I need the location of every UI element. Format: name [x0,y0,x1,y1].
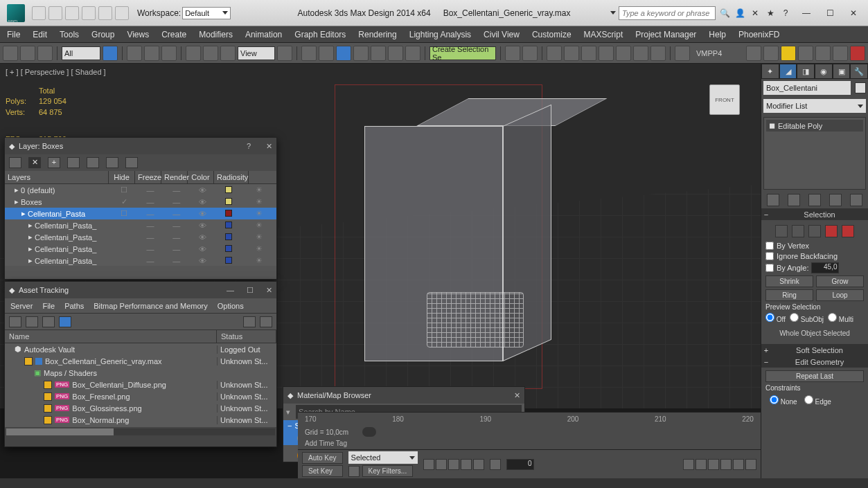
rendered-frame-icon[interactable] [633,46,648,61]
asset-maximize-button[interactable]: ☐ [247,286,254,295]
asset-row[interactable]: PNGBox_Normal.pngUnknown St... [5,414,276,426]
help-search-input[interactable] [619,6,716,20]
autokey-button[interactable]: Auto Key [302,452,343,464]
layer-help-icon[interactable]: ? [247,142,251,150]
freeze-unfreeze-icon[interactable] [125,157,138,168]
menu-views[interactable]: Views [127,30,149,39]
infocenter-icon[interactable]: 🔍 [718,7,731,19]
time-slider[interactable]: 170180190200210220 Grid = 10,0cm Add Tim… [298,412,761,449]
zoom-extents-icon[interactable] [708,459,719,470]
qat-open-icon[interactable] [48,6,62,20]
select-object-icon[interactable] [103,46,118,61]
create-tab-icon[interactable]: ✦ [761,64,779,79]
mirror-icon[interactable] [505,46,520,61]
menu-lighting-analysis[interactable]: Lighting Analysis [409,30,471,39]
show-end-icon[interactable] [788,194,800,206]
app-logo[interactable] [7,4,25,22]
make-unique-icon[interactable] [808,194,821,206]
current-frame-spinner[interactable]: 0 [506,459,534,470]
goto-start-icon[interactable] [423,459,434,470]
grow-button[interactable]: Grow [816,275,864,287]
layer-row[interactable]: ▸Cellentani_Pasta_——👁☀ [5,255,276,266]
align-icon[interactable] [522,46,538,61]
select-link-icon[interactable] [3,46,18,61]
pm-light-icon[interactable] [781,46,796,61]
menu-maxscript[interactable]: MAXScript [584,30,623,39]
asset-row[interactable]: PNGBox_Glossiness.pngUnknown St... [5,402,276,414]
manipulate-icon[interactable] [301,46,317,61]
layer-list[interactable]: ▸0 (default)☐——👁☀▸Boxes✓——👁☀▸Cellentani_… [5,184,276,266]
viewport-label[interactable]: [ + ] [ Perspective ] [ Shaded ] [6,68,106,76]
menu-group[interactable]: Group [91,30,114,39]
pm-icon-1[interactable] [746,46,761,61]
layer-manager-icon[interactable] [547,46,562,61]
pivot-icon[interactable] [277,46,292,61]
asset-menu-server[interactable]: Server [10,302,33,310]
key-filters-button[interactable]: Key Filters... [362,465,414,477]
menu-modifiers[interactable]: Modifiers [199,30,233,39]
delete-layer-icon[interactable]: ✕ [28,157,41,168]
menu-file[interactable]: File [7,30,20,39]
ref-coord-dropdown[interactable]: View [238,46,275,60]
pm-icon-5[interactable] [833,46,848,61]
asset-status-icon[interactable] [243,316,256,327]
edge-subobj-icon[interactable] [792,225,804,237]
selection-filter-dropdown[interactable]: All [62,46,100,60]
menu-customize[interactable]: Customize [532,30,572,39]
ring-button[interactable]: Ring [765,289,813,301]
pin-stack-icon[interactable] [767,194,779,206]
stack-item-editable-poly[interactable]: ◼Editable Poly [766,120,863,132]
object-name-field[interactable]: Box_Cellentani [763,81,851,95]
viewcube[interactable]: FRONT [709,84,740,115]
layer-row[interactable]: ▸Cellentani_Pasta_——👁☀ [5,219,276,231]
asset-tracking-dialog[interactable]: ◆ Asset Tracking — ☐ ✕ ServerFilePathsBi… [4,281,277,447]
layer-row[interactable]: ▸Cellentani_Pasta☐——👁☀ [5,208,276,219]
qat-redo-icon[interactable] [98,6,112,20]
soft-selection-header[interactable]: +Soft Selection [761,345,868,356]
layer-row[interactable]: ▸Cellentani_Pasta_——👁☀ [5,243,276,255]
add-time-tag[interactable]: Add Time Tag [305,440,347,447]
menu-animation[interactable]: Animation [245,30,282,39]
asset-row[interactable]: PNGBox_Cellentani_Diffuse.pngUnknown St.… [5,379,276,390]
menu-create[interactable]: Create [161,30,186,39]
asset-menu-file[interactable]: File [42,302,55,310]
highlight-layer-icon[interactable] [87,157,99,168]
asset-list[interactable]: ⬢Autodesk VaultLogged OutBox_Cellentani_… [5,343,276,427]
by-angle-spinner[interactable]: 45,0 [811,262,839,273]
keyboard-shortcut-icon[interactable] [319,46,334,61]
preview-multi[interactable]: Multi [828,313,853,323]
asset-tree-icon[interactable] [26,316,38,327]
hide-unhide-icon[interactable] [106,157,118,168]
menu-rendering[interactable]: Rendering [358,30,396,39]
angle-snap-icon[interactable] [353,46,369,61]
mat-search-options-icon[interactable]: ▾ [283,408,293,417]
asset-menu-options[interactable]: Options [218,302,244,310]
render-setup-icon[interactable] [616,46,631,61]
modifier-stack[interactable]: ◼Editable Poly [763,117,866,190]
preview-subobj[interactable]: SubObj [790,313,824,323]
prev-frame-icon[interactable] [436,459,447,470]
asset-list-icon[interactable] [42,316,55,327]
menu-project-manager[interactable]: Project Manager [635,30,696,39]
asset-scrollbar-h[interactable] [5,427,276,437]
edit-named-icon[interactable] [405,46,420,61]
element-subobj-icon[interactable] [842,225,854,237]
asset-row[interactable]: ▣Maps / Shaders [5,367,276,379]
render-icon[interactable] [650,46,666,61]
layer-row[interactable]: ▸Boxes✓——👁☀ [5,196,276,208]
fov-icon[interactable] [720,459,732,470]
asset-refresh-icon[interactable] [9,316,21,327]
layer-row[interactable]: ▸Cellentani_Pasta_——👁☀ [5,231,276,243]
snaps-toggle-icon[interactable] [336,46,351,61]
border-subobj-icon[interactable] [808,225,821,237]
by-vertex-checkbox[interactable]: By Vertex [765,242,864,250]
preview-off[interactable]: Off [765,313,786,323]
constraint-edge[interactable]: Edge [804,395,831,406]
display-tab-icon[interactable]: ▣ [833,64,851,79]
modifier-list-dropdown[interactable]: Modifier List [763,99,866,113]
schematic-view-icon[interactable] [581,46,596,61]
polygon-subobj-icon[interactable] [825,225,838,237]
spinner-snap-icon[interactable] [388,46,403,61]
menu-civil-view[interactable]: Civil View [484,30,520,39]
object-box[interactable] [357,98,538,375]
